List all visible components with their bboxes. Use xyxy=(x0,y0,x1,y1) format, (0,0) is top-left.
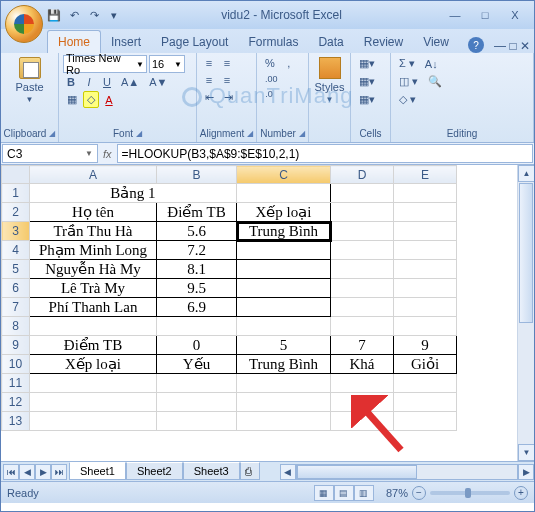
cell-d1[interactable] xyxy=(331,184,394,203)
row-header-5[interactable]: 5 xyxy=(2,260,30,279)
cell-b2[interactable]: Điểm TB xyxy=(157,203,237,222)
scroll-up-icon[interactable]: ▲ xyxy=(518,165,534,182)
col-header-a[interactable]: A xyxy=(30,166,157,184)
sheet-tab-3[interactable]: Sheet3 xyxy=(183,462,240,480)
row-header-6[interactable]: 6 xyxy=(2,279,30,298)
sheet-tab-new[interactable]: ⎙ xyxy=(240,462,260,480)
cell-d12[interactable] xyxy=(331,393,394,412)
cell-d4[interactable] xyxy=(331,241,394,260)
vertical-scrollbar[interactable]: ▲ ▼ xyxy=(517,165,534,461)
tab-page-layout[interactable]: Page Layout xyxy=(151,31,238,53)
italic-button[interactable]: I xyxy=(81,74,97,90)
cell-d13[interactable] xyxy=(331,412,394,431)
dec-dec-button[interactable]: .0 xyxy=(261,87,277,101)
sort-button[interactable]: A↓ xyxy=(421,56,442,72)
tab-insert[interactable]: Insert xyxy=(101,31,151,53)
cell-d11[interactable] xyxy=(331,374,394,393)
dec-inc-button[interactable]: .00 xyxy=(261,72,282,86)
font-size-combo[interactable]: 16▼ xyxy=(149,55,185,73)
tab-view[interactable]: View xyxy=(413,31,459,53)
cell-a9[interactable]: Điểm TB xyxy=(30,336,157,355)
cell-c6[interactable] xyxy=(237,279,331,298)
paste-button[interactable]: Paste ▼ xyxy=(5,55,54,106)
name-box[interactable]: C3▼ xyxy=(2,144,98,163)
cell-a7[interactable]: Phí Thanh Lan xyxy=(30,298,157,317)
fx-icon[interactable]: fx xyxy=(103,148,112,160)
sheet-nav-last[interactable]: ⏭ xyxy=(51,464,67,480)
cell-e8[interactable] xyxy=(394,317,457,336)
cell-e2[interactable] xyxy=(394,203,457,222)
cell-c11[interactable] xyxy=(237,374,331,393)
delete-cells-button[interactable]: ▦▾ xyxy=(355,73,379,90)
underline-button[interactable]: U xyxy=(99,74,115,90)
fill-color-button[interactable]: ◇ xyxy=(83,91,99,108)
shrink-font-button[interactable]: A▼ xyxy=(145,74,171,90)
help-icon[interactable]: ? xyxy=(468,37,484,53)
font-color-button[interactable]: A xyxy=(101,92,117,108)
cell-e13[interactable] xyxy=(394,412,457,431)
formula-input[interactable]: =HLOOKUP(B3,$A$9:$E$10,2,1) xyxy=(117,144,533,163)
comma-button[interactable]: , xyxy=(281,55,297,71)
cell-c13[interactable] xyxy=(237,412,331,431)
zoom-out-button[interactable]: − xyxy=(412,486,426,500)
sheet-nav-prev[interactable]: ◀ xyxy=(19,464,35,480)
cell-a8[interactable] xyxy=(30,317,157,336)
cell-d6[interactable] xyxy=(331,279,394,298)
cell-a2[interactable]: Họ tên xyxy=(30,203,157,222)
cell-a1[interactable]: Bảng 1 xyxy=(30,184,237,203)
row-header-3[interactable]: 3 xyxy=(2,222,30,241)
col-header-c[interactable]: C xyxy=(237,166,331,184)
qat-more-icon[interactable]: ▾ xyxy=(105,6,123,24)
cell-a13[interactable] xyxy=(30,412,157,431)
row-header-9[interactable]: 9 xyxy=(2,336,30,355)
cell-a12[interactable] xyxy=(30,393,157,412)
sheet-nav-next[interactable]: ▶ xyxy=(35,464,51,480)
zoom-in-button[interactable]: + xyxy=(514,486,528,500)
row-header-4[interactable]: 4 xyxy=(2,241,30,260)
cell-e6[interactable] xyxy=(394,279,457,298)
styles-button[interactable]: Styles ▼ xyxy=(313,55,346,106)
cell-d5[interactable] xyxy=(331,260,394,279)
cell-e4[interactable] xyxy=(394,241,457,260)
sheet-nav-first[interactable]: ⏮ xyxy=(3,464,19,480)
sheet-tab-1[interactable]: Sheet1 xyxy=(69,462,126,480)
row-header-10[interactable]: 10 xyxy=(2,355,30,374)
align-center-button[interactable]: ≡ xyxy=(219,72,235,88)
save-icon[interactable]: 💾 xyxy=(45,6,63,24)
cell-c8[interactable] xyxy=(237,317,331,336)
align-left-button[interactable]: ≡ xyxy=(201,72,217,88)
cell-d10[interactable]: Khá xyxy=(331,355,394,374)
cell-e7[interactable] xyxy=(394,298,457,317)
cell-e5[interactable] xyxy=(394,260,457,279)
minimize-button[interactable]: — xyxy=(440,6,470,24)
cell-c2[interactable]: Xếp loại xyxy=(237,203,331,222)
vscroll-thumb[interactable] xyxy=(519,183,533,323)
cell-a11[interactable] xyxy=(30,374,157,393)
tab-review[interactable]: Review xyxy=(354,31,413,53)
cell-c1[interactable] xyxy=(237,184,331,203)
cell-e9[interactable]: 9 xyxy=(394,336,457,355)
cell-c4[interactable] xyxy=(237,241,331,260)
col-header-e[interactable]: E xyxy=(394,166,457,184)
pct-button[interactable]: % xyxy=(261,55,279,71)
number-launcher-icon[interactable]: ◢ xyxy=(299,129,305,138)
cell-b5[interactable]: 8.1 xyxy=(157,260,237,279)
cell-a5[interactable]: Nguyễn Hà My xyxy=(30,260,157,279)
cell-b10[interactable]: Yếu xyxy=(157,355,237,374)
cell-b8[interactable] xyxy=(157,317,237,336)
align-top-button[interactable]: ≡ xyxy=(201,55,217,71)
border-button[interactable]: ▦ xyxy=(63,91,81,108)
cell-d9[interactable]: 7 xyxy=(331,336,394,355)
cell-b12[interactable] xyxy=(157,393,237,412)
sheet-tab-2[interactable]: Sheet2 xyxy=(126,462,183,480)
scroll-down-icon[interactable]: ▼ xyxy=(518,444,534,461)
row-header-12[interactable]: 12 xyxy=(2,393,30,412)
redo-icon[interactable]: ↷ xyxy=(85,6,103,24)
view-normal-button[interactable]: ▦ xyxy=(314,485,334,501)
clipboard-launcher-icon[interactable]: ◢ xyxy=(49,129,55,138)
cell-a10[interactable]: Xếp loại xyxy=(30,355,157,374)
view-break-button[interactable]: ▥ xyxy=(354,485,374,501)
font-family-combo[interactable]: Times New Ro▼ xyxy=(63,55,147,73)
view-layout-button[interactable]: ▤ xyxy=(334,485,354,501)
cell-e10[interactable]: Giỏi xyxy=(394,355,457,374)
